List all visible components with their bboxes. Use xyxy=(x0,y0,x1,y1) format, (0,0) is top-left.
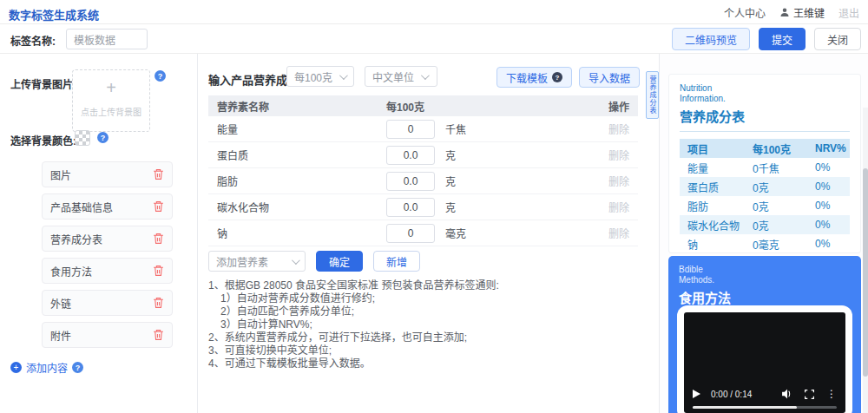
label-name-label: 标签名称: xyxy=(10,33,56,48)
add-content-help-icon[interactable]: ? xyxy=(72,362,83,373)
fullscreen-icon[interactable] xyxy=(805,390,814,399)
nutrition-en-line1: Nutrition xyxy=(680,83,850,94)
nutrient-unit: 克 xyxy=(445,174,515,188)
play-button[interactable] xyxy=(693,390,700,398)
nutrient-name: 碳水化合物 xyxy=(208,200,386,214)
language-unit-value: 中文单位 xyxy=(372,69,414,84)
user-center-link[interactable]: 个人中心 xyxy=(724,5,766,20)
col-action: 操作 xyxy=(608,99,638,114)
table-row: 脂肪 克 删除 xyxy=(208,168,638,194)
col-item: 项目 xyxy=(680,141,753,156)
table-row: 能量 千焦 删除 xyxy=(208,116,638,142)
table-row: 钠 0毫克 0% xyxy=(680,234,850,253)
nutrition-preview-card: Nutrition Information. 营养成分表 项目 每100克 NR… xyxy=(668,74,861,253)
trash-icon[interactable] xyxy=(153,200,164,213)
note-line: 1）自动对营养成分数值进行修约; xyxy=(208,292,641,305)
import-data-button[interactable]: 导入数据 xyxy=(579,67,640,88)
video-menu-icon[interactable]: ⋮ xyxy=(826,389,837,399)
trash-icon[interactable] xyxy=(153,297,164,309)
qr-preview-button[interactable]: 二维码预览 xyxy=(672,28,750,50)
nutrition-editor: 输入产品营养成分信息 每100克 中文单位 下载模板 ? 导入数据 营养素名称 … xyxy=(198,54,660,413)
upload-background-dropzone[interactable]: + 点击上传背景图 xyxy=(72,69,150,132)
username: 王维键 xyxy=(793,5,825,20)
table-row: 能量 0千焦 0% xyxy=(680,158,850,177)
user-menu[interactable]: 王维键 xyxy=(779,5,825,20)
download-template-button[interactable]: 下载模板 ? xyxy=(496,67,572,88)
nutrient-value-input[interactable] xyxy=(386,198,435,217)
table-row: 蛋白质 0克 0% xyxy=(680,177,850,196)
volume-icon[interactable] xyxy=(781,389,792,399)
nutrition-preview-table: 项目 每100克 NRV% 能量 0千焦 0% 蛋白质 0克 0% 脂肪 0克 xyxy=(680,139,850,253)
template-help-icon[interactable]: ? xyxy=(552,72,562,82)
video-frame: 0:00 / 0:14 ⋮ xyxy=(677,305,852,413)
scrollbar-track xyxy=(863,108,868,413)
note-line: 1、根据GB 28050 食品安全国家标准 预包装食品营养标签通则: xyxy=(208,279,641,292)
nutrient-value-input[interactable] xyxy=(386,224,435,243)
upload-hint: 点击上传背景图 xyxy=(73,105,149,118)
bg-color-help-icon[interactable]: ? xyxy=(97,132,108,143)
sidebar-item-label: 食用方法 xyxy=(50,264,153,279)
table-row: 碳水化合物 0克 0% xyxy=(680,215,850,234)
nutrient-value-input[interactable] xyxy=(386,172,435,191)
nutrient-table: 营养素名称 每100克 操作 能量 千焦 删除 蛋白质 克 删除 脂肪 克 删除 xyxy=(208,95,638,246)
table-row: 蛋白质 克 删除 xyxy=(208,142,638,168)
upload-help-icon[interactable]: ? xyxy=(155,70,166,82)
add-new-button[interactable]: 新增 xyxy=(373,251,420,272)
nutrition-preview-title: 营养成分表 xyxy=(680,107,850,125)
chevron-down-icon xyxy=(339,71,348,80)
delete-row-button[interactable]: 删除 xyxy=(608,148,638,162)
per-unit-select[interactable]: 每100克 xyxy=(286,66,354,87)
add-nutrient-select[interactable]: 添加营养素 xyxy=(208,251,306,272)
logout-link[interactable]: 退出 xyxy=(838,5,859,20)
nutrient-name: 能量 xyxy=(208,121,386,136)
upload-plus-icon: + xyxy=(73,79,149,96)
left-sidebar: 上传背景图片: + 点击上传背景图 ? 选择背景颜色: ? 图片 产品基础信息 … xyxy=(0,54,198,413)
divider xyxy=(680,131,850,132)
buffered-bar xyxy=(693,406,797,409)
video-player[interactable]: 0:00 / 0:14 ⋮ xyxy=(684,312,845,413)
sidebar-item-image[interactable]: 图片 xyxy=(42,161,173,187)
delete-row-button[interactable]: 删除 xyxy=(608,200,638,214)
table-row: 碳水化合物 克 删除 xyxy=(208,194,638,220)
note-line: 3）自动计算NRV%; xyxy=(208,318,641,331)
method-en-line1: Bdible xyxy=(679,265,851,275)
add-content-button[interactable]: + 添加内容 ? xyxy=(10,360,83,375)
note-line: 2）自动匹配个营养成分单位; xyxy=(208,305,641,318)
preview-side-tab[interactable]: 营养成分表 xyxy=(646,71,659,119)
nutrient-name: 钠 xyxy=(208,226,386,240)
col-nutrient-name: 营养素名称 xyxy=(208,99,386,114)
note-line: 4、可通过下载模板批量导入数据。 xyxy=(208,357,641,370)
table-row: 钠 毫克 删除 xyxy=(208,220,638,246)
col-per-100g: 每100克 xyxy=(386,99,525,114)
nutrient-value-input[interactable] xyxy=(386,146,435,165)
language-unit-select[interactable]: 中文单位 xyxy=(365,66,437,87)
plus-circle-icon: + xyxy=(10,362,22,373)
digital-label-app: 数字标签生成系统 个人中心 王维键 退出 标签名称: 二维码预览 提交 关闭 上… xyxy=(0,0,868,413)
submit-button[interactable]: 提交 xyxy=(759,28,806,50)
delete-row-button[interactable]: 删除 xyxy=(608,174,638,188)
background-color-swatch[interactable] xyxy=(75,130,90,146)
note-line: 3、可直接切换中英文单位; xyxy=(208,344,641,357)
gb-standard-notes: 1、根据GB 28050 食品安全国家标准 预包装食品营养标签通则: 1）自动对… xyxy=(208,279,641,370)
sidebar-item-external-link[interactable]: 外链 xyxy=(42,290,173,316)
scrollbar-thumb[interactable] xyxy=(863,168,868,377)
sidebar-item-nutrition-table[interactable]: 营养成分表 xyxy=(42,226,173,252)
delete-row-button[interactable]: 删除 xyxy=(608,226,638,240)
trash-icon[interactable] xyxy=(153,265,164,277)
sidebar-item-basic-info[interactable]: 产品基础信息 xyxy=(42,193,173,220)
label-name-input[interactable] xyxy=(66,29,148,49)
sidebar-item-attachment[interactable]: 附件 xyxy=(42,322,173,348)
close-button[interactable]: 关闭 xyxy=(814,28,861,50)
delete-row-button[interactable]: 删除 xyxy=(608,121,638,136)
trash-icon[interactable] xyxy=(153,233,164,245)
bg-color-label: 选择背景颜色: xyxy=(10,133,76,148)
trash-icon[interactable] xyxy=(153,168,164,180)
confirm-button[interactable]: 确定 xyxy=(316,251,363,272)
nutrient-unit: 克 xyxy=(445,200,515,214)
trash-icon[interactable] xyxy=(153,329,164,341)
app-title: 数字标签生成系统 xyxy=(9,6,99,23)
video-progress-bar[interactable] xyxy=(693,406,837,409)
add-content-label: 添加内容 xyxy=(26,360,68,375)
sidebar-item-edible-methods[interactable]: 食用方法 xyxy=(42,258,173,284)
nutrient-value-input[interactable] xyxy=(386,120,435,139)
